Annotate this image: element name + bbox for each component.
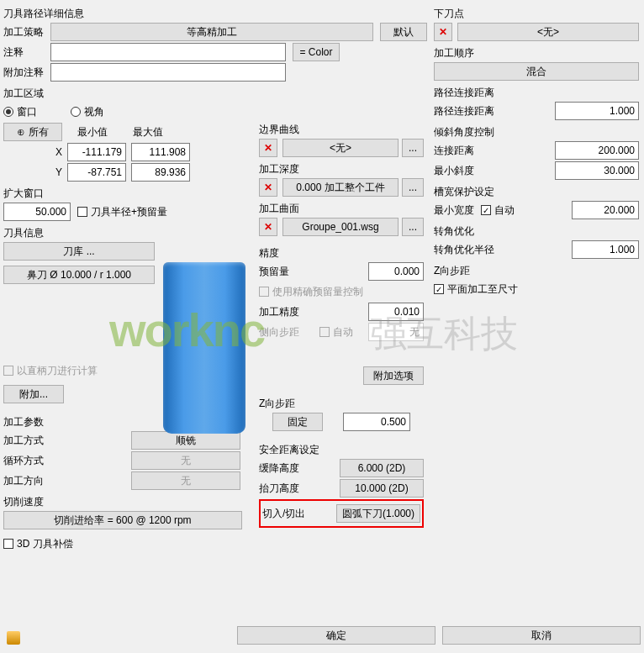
title: 刀具路径详细信息 [3, 7, 427, 21]
slot-input[interactable] [572, 201, 639, 219]
stock-input[interactable] [368, 262, 424, 281]
link-title: 路径连接距离 [434, 86, 639, 100]
x-label: X [3, 146, 62, 158]
ok-button[interactable]: 确定 [237, 626, 435, 645]
mid-zstep-title: Z向步距 [259, 397, 424, 411]
precision-title: 精度 [259, 246, 424, 261]
order-button[interactable]: 混合 [434, 62, 639, 81]
slow-button[interactable]: 6.000 (2D) [340, 459, 424, 477]
surface-title: 加工曲面 [259, 202, 424, 216]
depth-clear-icon[interactable]: ✕ [259, 178, 277, 197]
expand-checkbox[interactable]: 刀具半径+预留量 [77, 205, 167, 219]
slope-label: 最小斜度 [434, 164, 493, 178]
boundary-more-button[interactable]: ... [402, 139, 424, 157]
footer-tool-icon[interactable] [7, 631, 20, 645]
comment-label: 注释 [3, 45, 50, 60]
all-button[interactable]: ⊕ 所有 [3, 123, 62, 141]
precision-opt-button[interactable]: 附加选项 [363, 366, 424, 385]
dist-label: 连接距离 [434, 144, 493, 158]
step-input [368, 323, 424, 341]
cut-button[interactable]: 圆弧下刀(1.000) [336, 504, 420, 523]
view-radio[interactable]: 视角 [71, 105, 104, 119]
link-label: 路径连接距离 [434, 104, 509, 118]
color-button[interactable]: = Color [293, 43, 340, 61]
loop-label: 循环方式 [3, 454, 64, 468]
loop-button[interactable]: 无 [131, 451, 240, 470]
comment-input[interactable] [50, 43, 286, 61]
comp-checkbox[interactable]: 3D 刀具补偿 [3, 537, 73, 551]
method-label: 加工方式 [3, 434, 64, 448]
zstep-input[interactable] [343, 413, 410, 431]
speed-button[interactable]: 切削进给率 = 600 @ 1200 rpm [3, 511, 242, 529]
incline-title: 倾斜角度控制 [434, 125, 639, 140]
stock-label: 预留量 [259, 265, 319, 279]
boundary-button[interactable]: <无> [282, 139, 399, 157]
safe-title: 安全距离设定 [259, 443, 424, 457]
method-button[interactable]: 顺铣 [131, 431, 240, 450]
tool-lib-button[interactable]: 刀库 ... [3, 242, 155, 261]
stock-checkbox: 使用精确预留量控制 [259, 285, 363, 299]
lift-button[interactable]: 10.000 (2D) [340, 479, 424, 498]
dir-button[interactable]: 无 [131, 471, 240, 490]
tol-label: 加工精度 [259, 305, 319, 319]
calc-checkbox[interactable]: 以直柄刀进行计算 [3, 364, 98, 378]
expand-input[interactable] [3, 203, 71, 221]
strategy-button[interactable]: 等高精加工 [50, 23, 373, 41]
step-auto-checkbox: 自动 [319, 325, 353, 340]
dir-label: 加工方向 [3, 474, 64, 488]
order-title: 加工顺序 [434, 46, 639, 61]
max-header: 最大值 [123, 125, 173, 140]
plunge-clear-icon[interactable]: ✕ [434, 23, 452, 41]
y-min-input[interactable] [67, 163, 126, 182]
y-label: Y [3, 166, 62, 178]
min-header: 最小值 [67, 125, 118, 140]
attach-button[interactable]: 附加... [3, 385, 64, 403]
surface-clear-icon[interactable]: ✕ [259, 218, 277, 236]
plunge-button[interactable]: <无> [457, 23, 639, 41]
y-max-input[interactable] [131, 163, 190, 182]
slot-label: 最小宽度 [434, 203, 481, 218]
slope-input[interactable] [555, 161, 639, 180]
cut-label: 切入/切出 [262, 507, 323, 521]
dist-input[interactable] [555, 141, 639, 160]
strategy-label: 加工策略 [3, 25, 50, 39]
depth-title: 加工深度 [259, 162, 424, 176]
right-zstep-title: Z向步距 [434, 264, 639, 278]
window-radio[interactable]: 窗口 [3, 105, 37, 119]
boundary-title: 边界曲线 [259, 123, 424, 137]
depth-more-button[interactable]: ... [402, 178, 424, 197]
extra-comment-label: 附加注释 [3, 66, 50, 80]
tool-desc-button[interactable]: 鼻刀 Ø 10.000 / r 1.000 [3, 266, 155, 284]
surface-more-button[interactable]: ... [402, 218, 424, 236]
slow-label: 缓降高度 [259, 461, 319, 476]
extra-comment-input[interactable] [50, 63, 286, 82]
cancel-button[interactable]: 取消 [442, 626, 641, 645]
default-button[interactable]: 默认 [380, 23, 427, 41]
tool-preview [163, 262, 245, 434]
boundary-clear-icon[interactable]: ✕ [259, 139, 277, 157]
plunge-title: 下刀点 [434, 7, 639, 21]
step-label: 侧向步距 [259, 325, 319, 340]
tol-input[interactable] [368, 303, 424, 321]
slot-title: 槽宽保护设定 [434, 185, 639, 199]
corner-input[interactable] [572, 240, 639, 259]
surface-button[interactable]: Groupe_001.wsg [282, 218, 399, 236]
x-min-input[interactable] [67, 143, 126, 161]
zstep-mode-button[interactable]: 固定 [272, 413, 323, 431]
corner-label: 转角优化半径 [434, 243, 509, 257]
slot-auto-checkbox[interactable]: 自动 [481, 203, 515, 218]
x-max-input[interactable] [131, 143, 190, 161]
zone-title: 加工区域 [3, 87, 427, 101]
link-input[interactable] [555, 102, 639, 120]
lift-label: 抬刀高度 [259, 482, 319, 496]
depth-button[interactable]: 0.000 加工整个工件 [282, 178, 399, 197]
zstep-checkbox[interactable]: 平面加工至尺寸 [434, 282, 518, 297]
corner-title: 转角优化 [434, 224, 639, 239]
